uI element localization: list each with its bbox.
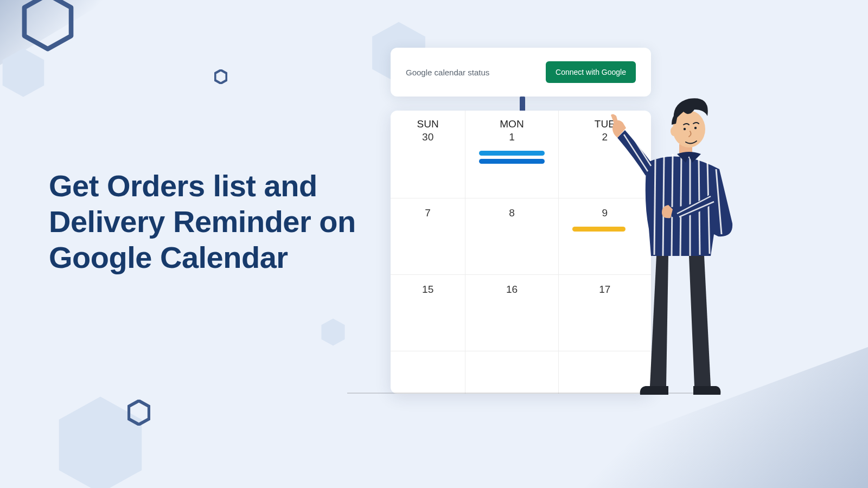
person-illustration bbox=[608, 93, 749, 397]
svg-line-8 bbox=[663, 156, 664, 256]
day-number: 9 bbox=[602, 207, 608, 219]
event-bar bbox=[479, 159, 544, 164]
calendar-cell: 15 bbox=[391, 275, 465, 351]
day-number: 16 bbox=[506, 284, 518, 296]
svg-point-21 bbox=[671, 126, 677, 136]
hexagon-icon bbox=[214, 69, 227, 84]
hexagon-icon bbox=[320, 317, 346, 347]
hexagon-icon bbox=[0, 46, 47, 99]
calendar-cell: MON 1 bbox=[465, 111, 558, 198]
day-number: 30 bbox=[422, 131, 433, 143]
calendar-cell: 16 bbox=[465, 275, 558, 351]
google-status-label: Google calendar status bbox=[406, 68, 489, 77]
calendar-cell bbox=[391, 351, 465, 394]
svg-line-10 bbox=[680, 153, 681, 256]
day-name: SUN bbox=[417, 118, 439, 130]
day-number: 8 bbox=[509, 207, 515, 219]
calendar-cell: SUN 30 bbox=[391, 111, 465, 198]
hexagon-icon bbox=[22, 0, 74, 52]
svg-marker-4 bbox=[321, 318, 344, 345]
day-number: 1 bbox=[509, 131, 515, 143]
google-status-card: Google calendar status Connect with Goog… bbox=[391, 48, 651, 97]
calendar-cell: 7 bbox=[391, 198, 465, 275]
calendar-cell: 8 bbox=[465, 198, 558, 275]
svg-marker-0 bbox=[24, 0, 71, 49]
day-name: MON bbox=[500, 118, 524, 130]
svg-point-23 bbox=[694, 127, 697, 129]
svg-marker-1 bbox=[3, 48, 44, 97]
calendar-cell bbox=[465, 351, 558, 394]
svg-point-22 bbox=[684, 128, 686, 130]
page-headline: Get Orders list and Delivery Reminder on… bbox=[49, 168, 385, 275]
day-number: 2 bbox=[602, 131, 608, 143]
svg-line-7 bbox=[654, 159, 655, 255]
svg-marker-2 bbox=[215, 70, 226, 84]
hexagon-icon bbox=[127, 400, 150, 426]
svg-marker-6 bbox=[129, 401, 149, 425]
day-number: 7 bbox=[425, 207, 431, 219]
svg-line-17 bbox=[624, 134, 648, 171]
event-bar bbox=[479, 151, 544, 156]
svg-line-9 bbox=[672, 154, 673, 256]
connect-google-button[interactable]: Connect with Google bbox=[546, 61, 636, 83]
day-number: 15 bbox=[422, 284, 433, 296]
